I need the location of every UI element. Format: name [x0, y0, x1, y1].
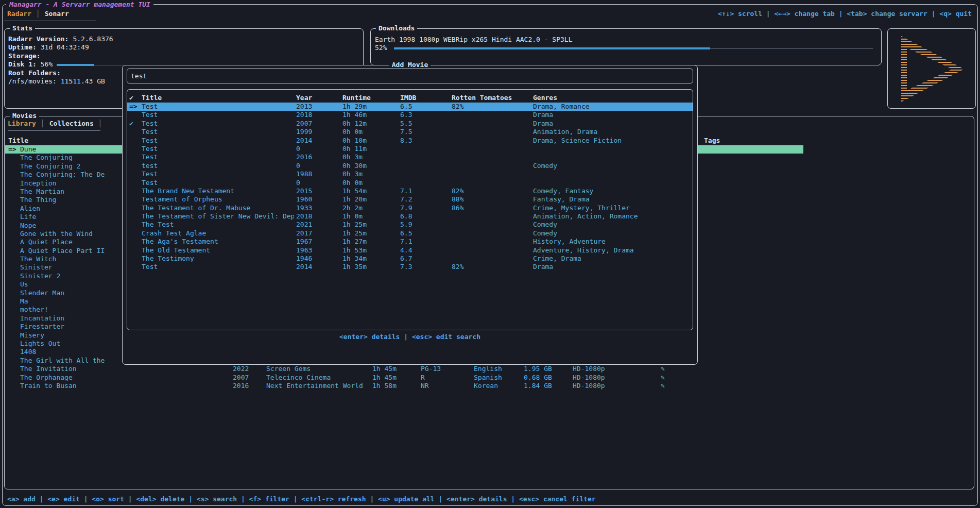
check-marker — [127, 162, 140, 170]
results-row[interactable]: The Aga's Testament 1967 1h 27m 7.1 Hist… — [127, 238, 693, 246]
results-row[interactable]: => Test 2013 1h 29m 6.5 82% Drama, Roman… — [127, 103, 693, 111]
cell-studio: Screen Gems — [263, 365, 369, 373]
tab-library[interactable]: Library — [8, 120, 36, 127]
results-row[interactable]: The Old Testament 1963 1h 53m 4.4 Advent… — [127, 246, 693, 255]
cell-runtime: 0h 30m — [340, 162, 398, 170]
results-row[interactable]: Crash Test Aglae 2017 1h 25m 6.5 Comedy — [127, 229, 693, 238]
cell-title: The Testimony — [140, 255, 294, 263]
tab-radarr[interactable]: Radarr — [7, 10, 31, 18]
check-marker — [127, 128, 140, 136]
cell-imdb — [398, 170, 450, 178]
cell-rotten-tomatoes — [450, 179, 531, 187]
cell-certification: NR — [418, 382, 471, 390]
results-row[interactable]: Test 2014 1h 35m 7.3 82% Drama — [127, 263, 693, 271]
check-marker — [127, 137, 140, 145]
cell-genres: Animation, Drama — [531, 128, 693, 136]
cell-rotten-tomatoes — [450, 255, 531, 263]
cell-tags — [701, 162, 803, 171]
cell-quality: HD-1080p — [570, 365, 658, 373]
cell-rotten-tomatoes — [450, 111, 531, 119]
app-title: Managarr - A Servarr management TUI — [6, 1, 153, 9]
results-row[interactable]: Test 0 0h 0m — [127, 179, 693, 187]
cell-imdb: 6.5 — [398, 229, 450, 238]
check-marker — [127, 179, 140, 187]
tab-collections[interactable]: Collections — [49, 120, 94, 127]
downloads-panel: Downloads Earth 1998 1080p WEBRip x265 H… — [370, 28, 882, 65]
results-row[interactable]: Test 2014 0h 10m 8.3 Drama, Science Fict… — [127, 137, 693, 145]
cell-runtime: 1h 54m — [340, 187, 398, 195]
col-header-check: ✔ — [127, 94, 140, 103]
results-row[interactable]: Test 1988 0h 3m — [127, 170, 693, 178]
edit-pencil-icon — [658, 382, 701, 390]
cell-tags — [701, 297, 803, 306]
stats-version-row: Radarr Version:5.2.6.8376 — [8, 35, 359, 43]
cell-runtime: 0h 0m — [340, 128, 398, 136]
cell-genres: Drama — [531, 111, 693, 119]
results-row[interactable]: test 0 0h 30m Comedy — [127, 162, 693, 170]
results-row[interactable]: The Brand New Testament 2015 1h 54m 7.1 … — [127, 187, 693, 195]
check-marker — [127, 195, 140, 204]
cell-tags — [701, 365, 803, 373]
edit-pencil-icon — [658, 374, 701, 382]
cell-year: 0 — [294, 179, 340, 187]
cell-title: The Test — [140, 221, 294, 229]
cell-tags — [701, 306, 803, 314]
download-item[interactable]: Earth 1998 1080p WEBRip x265 Hindi AAC2.… — [375, 36, 877, 53]
version-label: Radarr Version: — [8, 35, 68, 43]
results-row[interactable]: Testament of Orpheus 1960 1h 20m 7.2 88%… — [127, 195, 693, 204]
table-row[interactable]: The Invitation 2022 Screen Gems 1h 45m P… — [5, 365, 803, 373]
root-folders-label: Root Folders: — [8, 69, 61, 77]
add-movie-popup-title: Add Movie — [389, 61, 431, 69]
cell-imdb: 8.3 — [398, 137, 450, 145]
cell-genres — [531, 179, 693, 187]
cell-year: 1999 — [294, 128, 340, 136]
cell-rotten-tomatoes — [450, 145, 531, 153]
cell-title: Test — [140, 263, 294, 271]
cell-tags — [701, 340, 803, 348]
cell-title: Test — [140, 153, 294, 161]
cell-rotten-tomatoes — [450, 212, 531, 221]
results-row[interactable]: The Testament of Dr. Mabuse 1933 2h 2m 7… — [127, 204, 693, 212]
cell-title: The Testament of Dr. Mabuse — [140, 204, 294, 212]
col-header-imdb: IMDB — [398, 94, 450, 103]
results-row[interactable]: Test 2018 1h 46m 6.3 Drama — [127, 111, 693, 119]
cell-tags — [701, 289, 803, 297]
cell-title: Test — [140, 128, 294, 136]
results-row[interactable]: Test 0 0h 11m — [127, 145, 693, 153]
check-marker — [127, 153, 140, 161]
cell-rotten-tomatoes — [450, 170, 531, 178]
cell-size: 1.84 GB — [521, 382, 570, 390]
cell-genres: Comedy — [531, 229, 693, 238]
cell-tags — [701, 213, 803, 221]
results-row[interactable]: The Testament of Sister New Devil: Depar… — [127, 212, 693, 221]
cell-genres: Comedy — [531, 162, 693, 170]
cell-runtime: 1h 53m — [340, 246, 398, 255]
cell-runtime: 1h 20m — [340, 195, 398, 204]
results-row[interactable]: Test 1999 0h 0m 7.5 Animation, Drama — [127, 128, 693, 136]
tab-sonarr[interactable]: Sonarr — [45, 10, 69, 18]
cell-title: Train to Busan — [5, 382, 230, 390]
cell-genres: Animation, Action, Romance — [531, 212, 693, 221]
results-row[interactable]: The Test 2021 1h 25m 5.9 Comedy — [127, 221, 693, 229]
cell-runtime: 1h 46m — [340, 111, 398, 119]
movie-search-input[interactable]: test — [127, 69, 693, 83]
cell-title: test — [140, 162, 294, 170]
cell-tags — [701, 374, 803, 382]
table-row[interactable]: Train to Busan 2016 Next Entertainment W… — [5, 382, 803, 390]
cell-title: Test — [140, 111, 294, 119]
cell-runtime: 0h 10m — [340, 137, 398, 145]
results-row[interactable]: Test 2016 0h 3m — [127, 153, 693, 161]
cell-genres: Comedy, Fantasy — [531, 187, 693, 195]
results-row[interactable]: ✔ Test 2007 0h 12m 5.5 Drama — [127, 120, 693, 128]
cell-title: The Aga's Testament — [140, 238, 294, 246]
cell-runtime: 0h 3m — [340, 153, 398, 161]
cell-runtime: 1h 34m — [340, 255, 398, 263]
cell-rotten-tomatoes — [450, 137, 531, 145]
results-row[interactable]: The Testimony 1946 1h 34m 6.7 Crime, Dra… — [127, 255, 693, 263]
table-row[interactable]: The Orphanage 2007 Telecinco Cinema 1h 4… — [5, 374, 803, 382]
cell-tags — [701, 382, 803, 390]
cell-runtime: 0h 12m — [340, 120, 398, 128]
download-progress-gauge — [394, 46, 873, 51]
cell-title: Test — [140, 145, 294, 153]
download-progress-row: 52% — [375, 44, 877, 52]
